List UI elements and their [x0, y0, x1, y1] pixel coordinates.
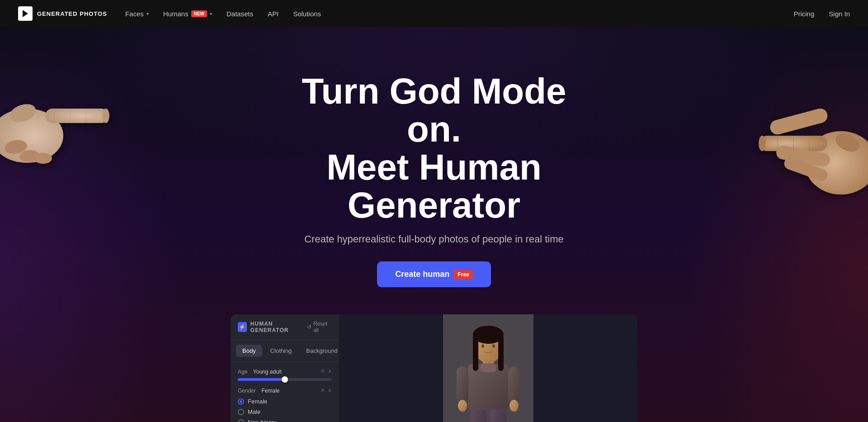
age-value: Young adult: [253, 369, 282, 375]
gender-male-label: Male: [248, 408, 260, 415]
age-slider[interactable]: [238, 378, 332, 381]
logo-text: GENERATED PHOTOS: [37, 10, 107, 17]
tab-background[interactable]: Background: [300, 345, 344, 357]
clear-gender-icon[interactable]: ✕: [321, 387, 325, 394]
svg-rect-42: [480, 363, 496, 372]
tab-clothing[interactable]: Clothing: [264, 345, 298, 357]
svg-point-7: [102, 109, 109, 123]
chevron-down-icon: ▾: [210, 11, 212, 16]
gender-options: Female Male Non-binary: [238, 397, 332, 422]
generator-panel: ⚡ HUMAN GENERATOR ↺ Reset all Body Cloth…: [231, 314, 339, 422]
panel-logo: ⚡: [238, 322, 247, 332]
clear-age-icon[interactable]: ✕: [321, 368, 325, 375]
svg-marker-0: [23, 10, 28, 17]
logo[interactable]: GENERATED PHOTOS: [18, 6, 107, 21]
create-human-button[interactable]: Create human Free: [377, 261, 491, 287]
svg-rect-29: [498, 335, 504, 371]
hero-subtitle: Create hyperrealistic full-body photos o…: [276, 233, 592, 245]
collapse-age-icon[interactable]: ∧: [328, 368, 332, 375]
svg-rect-33: [508, 366, 520, 403]
svg-rect-14: [769, 107, 829, 136]
gender-control: Gender Female ✕ ∧ Femal: [238, 386, 332, 422]
radio-female-outer: [238, 398, 244, 405]
gender-value: Female: [261, 388, 279, 394]
nav-item-solutions[interactable]: Solutions: [293, 10, 321, 18]
svg-rect-39: [490, 409, 505, 422]
svg-point-31: [492, 344, 495, 348]
panel-header: ⚡ HUMAN GENERATOR ↺ Reset all: [231, 314, 339, 340]
body-controls: Age Young adult ✕ ∧: [231, 362, 339, 422]
svg-point-35: [509, 400, 519, 412]
radio-female-inner: [240, 400, 242, 403]
gender-female-label: Female: [248, 398, 267, 405]
radio-nonbinary-outer: [238, 419, 244, 422]
svg-point-34: [458, 400, 467, 412]
gender-female[interactable]: Female: [238, 398, 332, 405]
logo-icon: [18, 6, 33, 21]
gender-male[interactable]: Male: [238, 408, 332, 415]
gender-label: Gender: [238, 388, 256, 394]
svg-rect-38: [471, 409, 486, 422]
hand-left-image: [0, 59, 118, 176]
nav-item-humans[interactable]: Humans New ▾: [163, 10, 212, 18]
reset-icon: ↺: [307, 324, 311, 330]
tab-body[interactable]: Body: [236, 345, 262, 357]
age-slider-thumb[interactable]: [282, 376, 288, 383]
generated-image-panel: We use cookies and local storage for bet…: [339, 314, 637, 422]
generator-tabs: Body Clothing Background: [231, 340, 339, 362]
nav-item-api[interactable]: API: [268, 10, 278, 18]
chevron-down-icon: ▾: [146, 11, 149, 16]
navigation: GENERATED PHOTOS Faces ▾ Humans New ▾ Da…: [0, 0, 868, 27]
hand-right-image: [732, 81, 868, 217]
reset-button[interactable]: ↺ Reset all: [307, 321, 332, 333]
hero-title: Turn God Mode on. Meet Human Generator: [276, 72, 592, 224]
nav-item-faces[interactable]: Faces ▾: [125, 10, 149, 18]
collapse-gender-icon[interactable]: ∧: [328, 387, 332, 394]
svg-point-30: [481, 344, 484, 348]
hero-section: Turn God Mode on. Meet Human Generator C…: [0, 27, 868, 422]
free-badge: Free: [454, 270, 472, 279]
svg-rect-32: [457, 366, 468, 403]
svg-rect-28: [473, 335, 478, 371]
gender-nonbinary[interactable]: Non-binary: [238, 419, 332, 422]
generator-section: ⚡ HUMAN GENERATOR ↺ Reset all Body Cloth…: [231, 314, 637, 422]
nav-right: Pricing Sign In: [793, 10, 850, 18]
age-slider-fill: [238, 378, 285, 381]
svg-point-13: [759, 136, 766, 151]
person-figure: [443, 314, 533, 422]
svg-rect-2: [45, 109, 108, 123]
signin-link[interactable]: Sign In: [829, 10, 850, 18]
age-control: Age Young adult ✕ ∧: [238, 367, 332, 381]
pricing-link[interactable]: Pricing: [793, 10, 814, 18]
age-label: Age: [238, 369, 247, 375]
cta-label: Create human: [395, 270, 449, 279]
radio-male-outer: [238, 409, 244, 415]
new-badge: New: [191, 10, 207, 17]
gender-nonbinary-label: Non-binary: [248, 419, 277, 422]
panel-title: ⚡ HUMAN GENERATOR: [238, 321, 307, 333]
hero-content: Turn God Mode on. Meet Human Generator C…: [276, 27, 592, 287]
nav-item-datasets[interactable]: Datasets: [226, 10, 253, 18]
svg-point-10: [34, 153, 52, 164]
nav-links: Faces ▾ Humans New ▾ Datasets API Soluti…: [125, 10, 794, 18]
